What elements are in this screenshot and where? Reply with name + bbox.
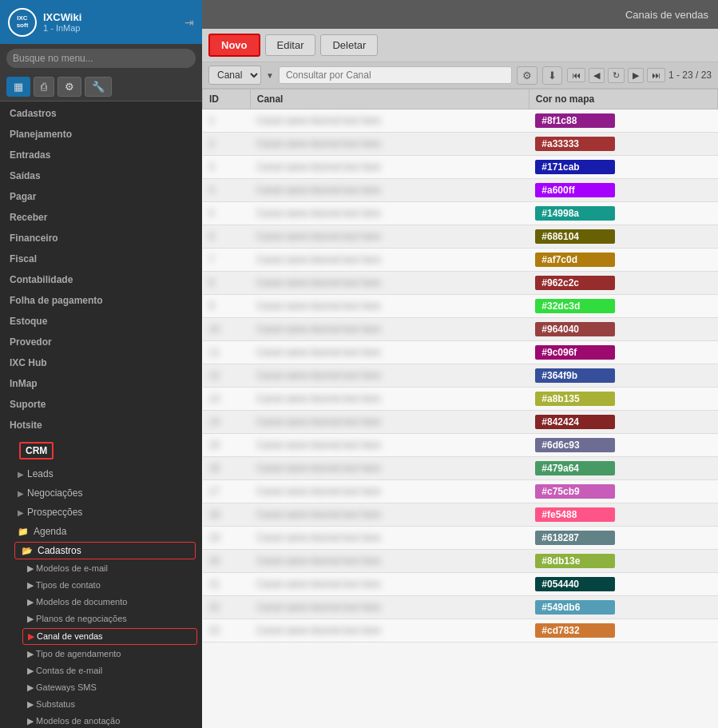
expand-icon[interactable]: ⇥: [184, 16, 194, 29]
table-row[interactable]: 16Canal name blurred text here#479a64: [203, 457, 718, 480]
editar-button[interactable]: Editar: [265, 34, 316, 56]
table-row[interactable]: 4Canal name blurred text here#a600ff: [203, 179, 718, 202]
sidebar-item-leads[interactable]: ▶ Leads: [0, 464, 202, 483]
page-prev-button[interactable]: ◀: [589, 68, 605, 83]
cell-canal-value: Canal name blurred text here: [256, 509, 380, 520]
print-tool-button[interactable]: ⎙: [34, 77, 54, 97]
sidebar-item-tipo-agendamento[interactable]: ▶ Tipo de agendamento: [0, 646, 202, 662]
arrow-ss-icon: ▶: [27, 699, 34, 709]
page-first-button[interactable]: ⏮: [567, 68, 585, 82]
sidebar-item-pagar[interactable]: Pagar: [0, 185, 202, 205]
table-row[interactable]: 1Canal name blurred text here#8f1c88: [203, 109, 718, 133]
cell-id-value: 11: [209, 347, 220, 358]
table-row[interactable]: 14Canal name blurred text here#842424: [203, 411, 718, 434]
table-row[interactable]: 9Canal name blurred text here#32dc3d: [203, 295, 718, 318]
table-row[interactable]: 22Canal name blurred text here#549db6: [203, 596, 718, 619]
sidebar-item-tipos-contato[interactable]: ▶ Tipos de contato: [0, 577, 202, 594]
table-row[interactable]: 6Canal name blurred text here#686104: [203, 225, 718, 249]
table-row[interactable]: 10Canal name blurred text here#964040: [203, 318, 718, 341]
sidebar-item-estoque[interactable]: Estoque: [0, 309, 202, 330]
table-row[interactable]: 15Canal name blurred text here#6d6c93: [203, 434, 718, 457]
cell-id-value: 9: [209, 300, 215, 312]
table-row[interactable]: 8Canal name blurred text here#962c2c: [203, 272, 718, 295]
sidebar-item-planejamento[interactable]: Planejamento: [0, 122, 202, 143]
page-refresh-button[interactable]: ↻: [608, 68, 625, 83]
filter-settings-button[interactable]: ⚙: [517, 66, 538, 85]
sidebar-item-inmap[interactable]: InMap: [0, 372, 202, 392]
table-row[interactable]: 13Canal name blurred text here#a8b135: [203, 388, 718, 411]
canal-table: ID Canal Cor no mapa 1Canal name blurred…: [202, 89, 718, 642]
gear-tool-button[interactable]: ⚙: [58, 77, 81, 97]
sidebar-item-prospeccoes[interactable]: ▶ Prospecções: [0, 503, 202, 522]
search-input[interactable]: [6, 49, 196, 68]
cell-id-value: 1: [209, 115, 215, 126]
table-row[interactable]: 21Canal name blurred text here#054440: [203, 573, 718, 596]
table-row[interactable]: 19Canal name blurred text here#618287: [203, 527, 718, 550]
filter-select[interactable]: Canal: [208, 66, 261, 85]
cell-cor: #686104: [529, 225, 717, 249]
color-swatch: #a8b135: [535, 392, 615, 406]
table-row[interactable]: 7Canal name blurred text here#af7c0d: [203, 249, 718, 272]
sidebar-item-contas-email[interactable]: ▶ Contas de e-mail: [0, 662, 202, 679]
wrench-tool-button[interactable]: 🔧: [85, 77, 112, 97]
table-row[interactable]: 2Canal name blurred text here#a33333: [203, 133, 718, 156]
cell-canal: Canal name blurred text here: [250, 272, 529, 295]
sidebar-menu: Cadastros Planejamento Entradas Saídas P…: [0, 101, 202, 728]
arrow-ce-icon: ▶: [27, 666, 34, 675]
arrow-ta-icon: ▶: [27, 649, 34, 658]
table-row[interactable]: 12Canal name blurred text here#364f9b: [203, 364, 718, 388]
filter-input[interactable]: [279, 66, 512, 84]
sidebar-item-gateways-sms[interactable]: ▶ Gateways SMS: [0, 679, 202, 696]
arrow-ma-icon: ▶: [27, 716, 34, 726]
sidebar-item-folha-pagamento[interactable]: Folha de pagamento: [0, 288, 202, 309]
crm-section-label[interactable]: CRM: [19, 442, 54, 459]
sidebar-item-contabilidade[interactable]: Contabilidade: [0, 268, 202, 288]
cell-id-value: 19: [209, 532, 220, 543]
table-row[interactable]: 18Canal name blurred text here#fe5488: [203, 503, 718, 527]
cell-canal-value: Canal name blurred text here: [256, 393, 380, 404]
sidebar-item-suporte[interactable]: Suporte: [0, 392, 202, 413]
cell-id: 1: [203, 109, 251, 133]
sidebar-item-fiscal[interactable]: Fiscal: [0, 247, 202, 268]
cell-canal: Canal name blurred text here: [250, 133, 529, 156]
cell-canal: Canal name blurred text here: [250, 411, 529, 434]
cell-id-value: 10: [209, 324, 220, 335]
cell-id: 22: [203, 596, 251, 619]
sidebar-item-receber[interactable]: Receber: [0, 205, 202, 226]
table-row[interactable]: 11Canal name blurred text here#9c096f: [203, 341, 718, 364]
sidebar-item-negociacoes[interactable]: ▶ Negociações: [0, 483, 202, 503]
sidebar-item-provedor[interactable]: Provedor: [0, 330, 202, 351]
sidebar-item-financeiro[interactable]: Financeiro: [0, 226, 202, 247]
table-row[interactable]: 3Canal name blurred text here#171cab: [203, 156, 718, 179]
sidebar-item-canal-vendas[interactable]: ▶ Canal de vendas: [22, 628, 197, 645]
page-last-button[interactable]: ⏭: [647, 68, 665, 82]
sidebar-item-modelos-email[interactable]: ▶ Modelos de e-mail: [0, 560, 202, 577]
filter-download-button[interactable]: ⬇: [542, 66, 562, 85]
color-swatch: #6d6c93: [535, 438, 615, 452]
table-header-row: ID Canal Cor no mapa: [203, 90, 718, 109]
table-row[interactable]: 5Canal name blurred text here#14998a: [203, 202, 718, 225]
sidebar-item-agenda[interactable]: 📁 Agenda: [0, 522, 202, 541]
sidebar-item-ixchub[interactable]: IXC Hub: [0, 351, 202, 372]
sidebar-item-entradas[interactable]: Entradas: [0, 143, 202, 164]
sidebar-item-cadastros[interactable]: Cadastros: [0, 101, 202, 122]
sidebar-item-modelos-documento[interactable]: ▶ Modelos de documento: [0, 594, 202, 611]
sidebar-item-planos-negociacoes[interactable]: ▶ Planos de negociações: [0, 611, 202, 627]
page-next-button[interactable]: ▶: [628, 68, 644, 83]
sidebar-item-hotsite[interactable]: Hotsite: [0, 413, 202, 434]
cell-cor: #c75cb9: [529, 480, 717, 503]
table-row[interactable]: 23Canal name blurred text here#cd7832: [203, 619, 718, 642]
table-row[interactable]: 20Canal name blurred text here#8db13e: [203, 550, 718, 573]
cell-canal-value: Canal name blurred text here: [256, 231, 380, 242]
sidebar-item-saidas[interactable]: Saídas: [0, 164, 202, 185]
sidebar-item-modelos-anotacao[interactable]: ▶ Modelos de anotação: [0, 713, 202, 728]
table-row[interactable]: 17Canal name blurred text here#c75cb9: [203, 480, 718, 503]
sidebar-item-substatus[interactable]: ▶ Substatus: [0, 696, 202, 713]
arrow-gs-icon: ▶: [27, 682, 34, 692]
prospeccoes-label: Prospecções: [27, 507, 82, 518]
cell-cor: #6d6c93: [529, 434, 717, 457]
sidebar-item-cadastros-crm[interactable]: 📂 Cadastros: [14, 542, 196, 559]
deletar-button[interactable]: Deletar: [320, 34, 378, 56]
novo-button[interactable]: Novo: [208, 34, 260, 57]
grid-tool-button[interactable]: ▦: [6, 77, 30, 97]
